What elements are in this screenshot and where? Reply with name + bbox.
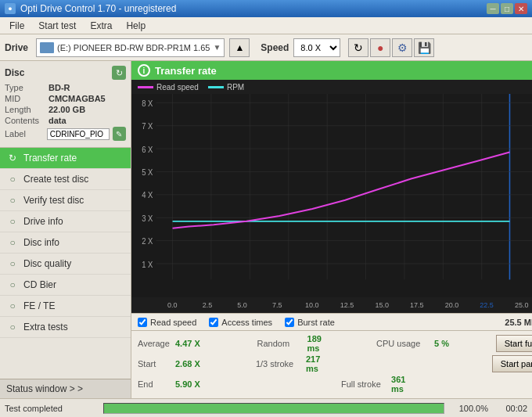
close-button[interactable]: ✕ <box>515 3 527 14</box>
read-speed-color <box>138 86 153 88</box>
drive-label: Drive <box>5 42 28 53</box>
chart-area: 8 X 7 X 6 X 5 X 4 X 3 X 2 X 1 X <box>131 94 532 297</box>
disc-refresh-button[interactable]: ↻ <box>112 66 126 80</box>
menu-help[interactable]: Help <box>120 19 152 33</box>
nav-transfer-rate[interactable]: ↻ Transfer rate <box>0 148 131 169</box>
label-input[interactable] <box>47 128 110 140</box>
drivebar: Drive (E:) PIONEER BD-RW BDR-PR1M 1.65 ▼… <box>0 34 532 61</box>
stroke-1-3-value: 217 ms <box>306 354 334 373</box>
svg-text:5 X: 5 X <box>142 168 153 177</box>
read-speed-checkbox[interactable] <box>138 318 147 327</box>
svg-text:1 X: 1 X <box>142 260 153 268</box>
axis-label-2: 5.0 <box>225 301 260 309</box>
minimize-button[interactable]: ─ <box>487 3 499 14</box>
drive-dropdown-arrow: ▼ <box>213 43 221 52</box>
axis-label-10: 25.0 <box>504 301 532 309</box>
type-key: Type <box>5 83 45 92</box>
disc-mid-row: MID CMCMAGBA5 <box>5 94 126 103</box>
nav-disc-info-label: Disc info <box>23 237 59 248</box>
axis-label-9: 22.5 <box>469 301 505 309</box>
stats-area: Average 4.47 X Random 189 ms CPU usage 5… <box>131 330 532 398</box>
titlebar: ● Opti Drive Control 1.70 - unregistered… <box>0 0 532 17</box>
contents-key: Contents <box>5 116 45 125</box>
axis-label-1: 2.5 <box>190 301 225 309</box>
rpm-color <box>208 86 224 88</box>
settings-button[interactable]: ⚙ <box>392 38 412 57</box>
menu-file[interactable]: File <box>3 19 31 33</box>
axis-label-3: 7.5 <box>260 301 295 309</box>
nav-cd-bier-label: CD Bier <box>23 279 56 290</box>
label-key: Label <box>5 129 44 138</box>
maximize-button[interactable]: □ <box>501 3 513 14</box>
nav-disc-info[interactable]: ○ Disc info <box>0 232 131 253</box>
progress-bar-fill <box>104 404 444 413</box>
refresh-button[interactable]: ↻ <box>348 38 368 57</box>
speed-selector[interactable]: 8.0 X 4.0 X 2.0 X <box>293 38 340 57</box>
nav-transfer-rate-label: Transfer rate <box>23 153 77 164</box>
disc-info-icon: ○ <box>6 236 19 249</box>
read-speed-checkbox-item: Read speed <box>138 318 196 327</box>
stroke-1-3-group: 1/3 stroke 217 ms <box>256 354 374 373</box>
read-speed-legend-label: Read speed <box>156 83 199 92</box>
nav-create-test-disc-label: Create test disc <box>23 174 88 185</box>
main-area: Disc ↻ Type BD-R MID CMCMAGBA5 Length 22… <box>0 61 532 398</box>
random-label: Random <box>257 339 304 348</box>
drive-name: (E:) PIONEER BD-RW BDR-PR1M 1.65 <box>57 43 210 52</box>
axis-label-5: 12.5 <box>329 301 365 309</box>
axis-label-8: 20.0 <box>434 301 469 309</box>
burst-rate-checkbox[interactable] <box>285 318 294 327</box>
full-stroke-group: Full stroke 361 ms <box>341 375 532 394</box>
burst-rate-checkbox-label: Burst rate <box>297 318 335 327</box>
nav-fe-te[interactable]: ○ FE / TE <box>0 296 131 317</box>
eject-button[interactable]: ▲ <box>229 38 250 57</box>
length-key: Length <box>5 105 45 114</box>
nav-cd-bier[interactable]: ○ CD Bier <box>0 275 131 296</box>
label-edit-button[interactable]: ✎ <box>113 127 126 141</box>
stroke-1-3-label: 1/3 stroke <box>256 359 303 368</box>
app-title: Opti Drive Control 1.70 - unregistered <box>20 3 176 14</box>
end-group: End 5.90 X <box>138 379 341 389</box>
nav-extra-tests[interactable]: ○ Extra tests <box>0 317 131 338</box>
menu-extra[interactable]: Extra <box>84 19 118 33</box>
disc-type-row: Type BD-R <box>5 83 126 92</box>
average-value: 4.47 X <box>175 339 203 348</box>
drive-info-icon: ○ <box>6 215 19 228</box>
access-times-checkbox[interactable] <box>209 318 218 327</box>
status-window-button[interactable]: Status window > > <box>0 379 131 398</box>
end-value: 5.90 X <box>175 379 203 389</box>
legend-read-speed: Read speed <box>138 83 199 92</box>
disc-color-button[interactable]: ● <box>370 38 390 57</box>
start-label: Start <box>138 359 172 368</box>
type-value: BD-R <box>49 83 70 92</box>
chart-legend: Read speed RPM <box>131 80 532 94</box>
save-button[interactable]: 💾 <box>414 38 434 57</box>
stats-row-3: End 5.90 X Full stroke 361 ms <box>138 375 532 394</box>
nav-verify-test-disc[interactable]: ○ Verify test disc <box>0 190 131 211</box>
random-group: Random 189 ms <box>257 334 377 353</box>
read-speed-checkbox-label: Read speed <box>150 318 196 327</box>
start-part-button[interactable]: Start part <box>492 355 532 372</box>
chart-title: Transfer rate <box>155 65 217 77</box>
nav-create-test-disc[interactable]: ○ Create test disc <box>0 169 131 190</box>
chart-header-icon: i <box>138 64 150 77</box>
drive-selector[interactable]: (E:) PIONEER BD-RW BDR-PR1M 1.65 ▼ <box>36 38 225 57</box>
cpu-group: CPU usage 5 % <box>376 339 496 348</box>
start-full-button[interactable]: Start full <box>496 335 532 352</box>
disc-panel: Disc ↻ Type BD-R MID CMCMAGBA5 Length 22… <box>0 61 131 148</box>
average-group: Average 4.47 X <box>138 339 257 348</box>
disc-quality-icon: ○ <box>6 257 19 270</box>
burst-rate-checkbox-item: Burst rate <box>285 318 335 327</box>
menu-start-test[interactable]: Start test <box>32 19 82 33</box>
nav-drive-info[interactable]: ○ Drive info <box>0 211 131 232</box>
nav-section: ↻ Transfer rate ○ Create test disc ○ Ver… <box>0 148 131 379</box>
disc-label-row: Label ✎ <box>5 127 126 141</box>
chart-svg: 8 X 7 X 6 X 5 X 4 X 3 X 2 X 1 X <box>131 94 532 297</box>
disc-contents-row: Contents data <box>5 116 126 125</box>
nav-disc-quality[interactable]: ○ Disc quality <box>0 253 131 275</box>
access-times-checkbox-item: Access times <box>209 318 272 327</box>
chart-x-axis: 0.0 2.5 5.0 7.5 10.0 12.5 15.0 17.5 20.0… <box>131 297 532 313</box>
disc-length-row: Length 22.00 GB <box>5 105 126 114</box>
axis-label-6: 15.0 <box>365 301 400 309</box>
nav-drive-info-label: Drive info <box>23 216 63 227</box>
disc-header: Disc ↻ <box>5 66 126 80</box>
